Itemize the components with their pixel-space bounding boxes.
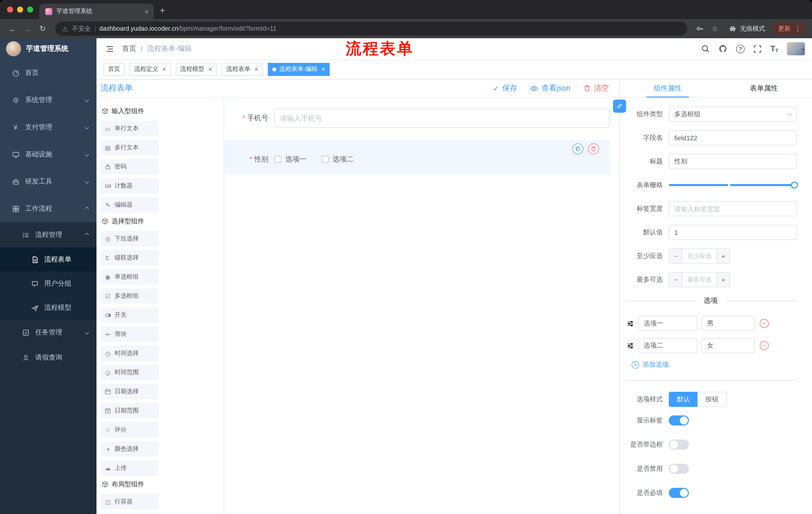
comp-cascader[interactable]: 级联选择 — [100, 250, 159, 266]
option-label-input[interactable] — [638, 316, 697, 331]
sidebar-item-process-management[interactable]: 流程管理 — [0, 222, 96, 247]
comp-date-range[interactable]: 日期范围 — [100, 403, 159, 418]
sidebar-item-payment[interactable]: ¥ 支付管理 — [0, 114, 96, 141]
option-value-input[interactable] — [701, 338, 755, 353]
slider-handle[interactable] — [791, 182, 798, 189]
sidebar-item-devtools[interactable]: 研发工具 — [0, 168, 96, 195]
component-type-select[interactable]: 多选框组 — [669, 107, 797, 122]
fullscreen-icon[interactable] — [753, 45, 762, 53]
address-bar[interactable]: ⚠ 不安全 dashboard.yudao.iocoder.cn/bpm/man… — [55, 22, 687, 36]
disabled-toggle[interactable] — [669, 464, 689, 474]
search-icon[interactable] — [701, 44, 710, 53]
github-icon[interactable] — [719, 44, 728, 53]
bookmark-star-icon[interactable]: ☆ — [708, 22, 721, 35]
browser-update-button[interactable]: 更新 ⋮ — [772, 22, 806, 35]
browser-tab[interactable]: 芋道管理系统 × — [39, 3, 154, 19]
tag-home[interactable]: 首页 — [104, 63, 125, 76]
plus-button[interactable]: + — [717, 273, 730, 287]
copy-widget-button[interactable] — [572, 143, 583, 154]
sidebar-logo[interactable]: 芋道管理系统 — [0, 38, 96, 59]
close-icon[interactable]: × — [254, 65, 258, 73]
tab-close-icon[interactable]: × — [144, 7, 150, 15]
view-json-button[interactable]: 查看json — [530, 83, 570, 93]
menu-dots-icon[interactable]: ⋮ — [795, 25, 801, 32]
sidebar-item-infrastructure[interactable]: 基础设施 — [0, 141, 96, 168]
max-select-input[interactable] — [683, 273, 717, 287]
comp-editor[interactable]: ✎编辑器 — [100, 197, 159, 213]
border-toggle[interactable] — [669, 439, 689, 450]
plus-button[interactable]: + — [717, 249, 730, 263]
comp-radio-group[interactable]: ◉单选框组 — [100, 269, 159, 285]
comp-multi-line-text[interactable]: ▤多行文本 — [100, 140, 159, 155]
field-name-input[interactable] — [669, 130, 797, 145]
comp-button[interactable]: ☝按钮 — [100, 513, 159, 514]
minus-button[interactable]: − — [669, 273, 683, 287]
comp-single-line-text[interactable]: ▭单行文本 — [100, 121, 159, 136]
save-button[interactable]: ✓保存 — [493, 83, 517, 93]
comp-row-container[interactable]: ◫行容器 — [100, 494, 159, 510]
comp-slider[interactable]: 滑块 — [100, 326, 159, 342]
reload-icon[interactable]: ↻ — [36, 22, 49, 35]
phone-input[interactable] — [274, 109, 610, 128]
delete-widget-button[interactable] — [588, 143, 599, 154]
gender-widget-selected[interactable]: 性别 选项一 选项二 — [224, 140, 610, 175]
sidebar-item-process-form[interactable]: 流程表单 — [0, 247, 96, 272]
comp-checkbox-group[interactable]: ☑多选框组 — [100, 288, 159, 304]
comp-password[interactable]: 密码 — [100, 159, 159, 174]
remove-option-button[interactable]: − — [760, 341, 769, 350]
gender-option-2[interactable]: 选项二 — [322, 155, 354, 164]
breadcrumb-home[interactable]: 首页 — [122, 44, 136, 53]
minus-button[interactable]: − — [669, 249, 683, 263]
style-button-button[interactable]: 按钮 — [697, 392, 727, 407]
comp-date-picker[interactable]: 日期选择 — [100, 384, 159, 399]
sidebar-item-user-group[interactable]: 用户分组 — [0, 272, 96, 296]
window-minimize-button[interactable] — [17, 6, 23, 12]
help-icon[interactable]: ? — [736, 45, 745, 53]
sidebar-item-leave-query[interactable]: 请假查询 — [0, 345, 96, 370]
close-icon[interactable]: × — [208, 65, 212, 73]
tag-process-form[interactable]: 流程表单× — [222, 63, 263, 76]
required-toggle[interactable] — [669, 488, 689, 498]
comp-rate[interactable]: ☆评分 — [100, 422, 159, 437]
close-icon[interactable]: × — [322, 65, 325, 73]
comp-counter[interactable]: 123计数器 — [100, 178, 159, 194]
tag-process-model[interactable]: 流程模型× — [176, 63, 216, 76]
password-key-icon[interactable] — [693, 22, 706, 35]
label-width-input[interactable] — [669, 201, 797, 216]
remove-option-button[interactable]: − — [760, 319, 769, 328]
font-size-icon[interactable]: TT — [770, 44, 778, 53]
drag-handle-icon[interactable] — [627, 320, 634, 327]
checkbox-icon[interactable] — [274, 156, 281, 163]
show-label-toggle[interactable] — [669, 415, 689, 426]
window-zoom-button[interactable] — [27, 6, 33, 12]
user-menu[interactable] — [787, 42, 805, 55]
clear-button[interactable]: 清空 — [583, 83, 609, 93]
gender-option-1[interactable]: 选项一 — [274, 155, 307, 164]
tab-form-props[interactable]: 表单属性 — [716, 79, 812, 97]
comp-upload[interactable]: ☁上传 — [100, 460, 159, 476]
design-canvas[interactable]: 手机号 性别 — [224, 98, 619, 514]
tag-process-definition[interactable]: 流程定义× — [129, 63, 171, 76]
tag-process-form-edit[interactable]: 流程表单-编辑× — [268, 63, 330, 76]
close-icon[interactable]: × — [162, 65, 166, 73]
option-value-input[interactable] — [701, 316, 755, 331]
comp-switch[interactable]: 开关 — [100, 307, 159, 323]
tab-component-props[interactable]: 组件属性 — [619, 79, 716, 97]
drag-handle-icon[interactable] — [627, 342, 634, 349]
default-value-input[interactable] — [669, 225, 797, 240]
min-select-input[interactable] — [683, 249, 717, 263]
sidebar-item-task-management[interactable]: 任务管理 — [0, 320, 96, 345]
add-option-button[interactable]: + 添加选项 — [632, 360, 797, 369]
sidebar-item-workflow[interactable]: 工作流程 — [0, 195, 96, 222]
window-close-button[interactable] — [7, 6, 13, 12]
comp-color-picker[interactable]: ◑颜色选择 — [100, 441, 159, 457]
panel-collapse-handle[interactable] — [613, 100, 626, 113]
title-input[interactable] — [669, 154, 797, 169]
option-label-input[interactable] — [638, 338, 697, 353]
sidebar-item-home[interactable]: 首页 — [0, 59, 96, 86]
style-default-button[interactable]: 默认 — [669, 392, 698, 407]
back-icon[interactable]: ← — [6, 22, 19, 35]
sidebar-item-process-model[interactable]: 流程模型 — [0, 296, 96, 320]
comp-select[interactable]: ◎下拉选择 — [100, 231, 159, 246]
checkbox-icon[interactable] — [322, 156, 329, 163]
